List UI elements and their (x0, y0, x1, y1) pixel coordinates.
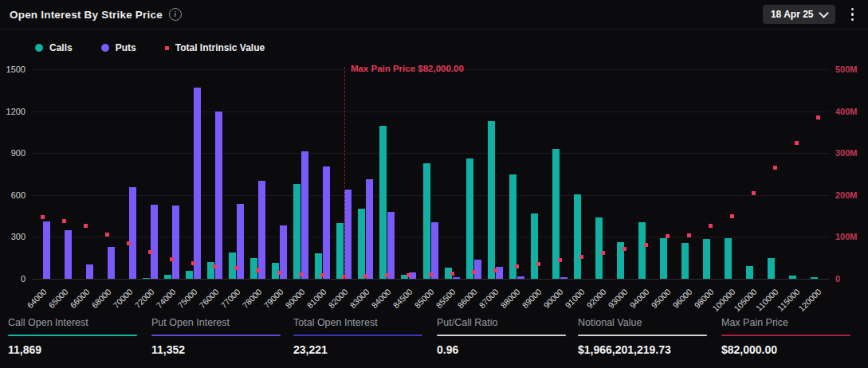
put-bar (108, 247, 115, 279)
intrinsic-value-point (256, 268, 260, 272)
call-bar (336, 223, 344, 279)
call-bar (789, 276, 796, 279)
intrinsic-value-point (623, 247, 626, 251)
gridline (32, 112, 829, 112)
max-pain-label: Max Pain Price $82,000.00 (351, 64, 464, 73)
call-bar (358, 209, 365, 279)
info-icon[interactable]: i (169, 8, 182, 21)
stat-underline (151, 335, 281, 336)
put-bar (453, 277, 460, 279)
stat-underline (293, 335, 422, 336)
intrinsic-value-point (191, 261, 195, 265)
y-axis-left-tick: 1200 (0, 107, 26, 116)
chart-legend: Calls Puts Total Intrinsic Value (35, 42, 265, 53)
put-bar (215, 112, 222, 279)
gridline (32, 153, 829, 154)
stat-value: $1,966,201,219.73 (578, 343, 709, 356)
y-axis-left-tick: 900 (0, 148, 26, 158)
call-bar (811, 277, 818, 279)
intrinsic-value-point (450, 272, 454, 276)
intrinsic-value-point (320, 273, 324, 277)
stat-underline (578, 335, 707, 336)
put-bar (323, 166, 330, 279)
y-axis-left-tick: 300 (0, 232, 26, 241)
stat-underline (437, 335, 566, 336)
intrinsic-value-point (84, 224, 88, 228)
stat-put-open-interest: Put Open Interest 11,352 (151, 317, 283, 356)
stat-underline (8, 335, 137, 336)
stat-label: Put/Call Ratio (437, 317, 568, 328)
stat-label: Notional Value (578, 317, 709, 328)
expiry-date-selector[interactable]: 18 Apr 25 (763, 5, 835, 24)
y-axis-right-tick: 400M (835, 107, 858, 116)
stat-value: 23,221 (293, 343, 425, 356)
call-bar (466, 159, 473, 279)
call-bar (379, 126, 387, 279)
legend-item-puts[interactable]: Puts (101, 42, 136, 53)
x-axis-line (32, 279, 829, 280)
intrinsic-value-point (795, 141, 799, 145)
intrinsic-value-point (62, 219, 66, 223)
legend-item-calls[interactable]: Calls (35, 42, 73, 53)
legend-label: Calls (49, 42, 73, 53)
intrinsic-value-point (601, 251, 605, 255)
puts-marker-icon (101, 44, 109, 52)
put-bar (194, 88, 201, 279)
stat-notional-value: Notional Value $1,966,201,219.73 (578, 317, 709, 356)
intrinsic-value-point (213, 264, 217, 268)
y-axis-left-tick: 1500 (0, 65, 26, 74)
put-bar (431, 222, 438, 279)
stat-label: Total Open Interest (293, 317, 425, 328)
put-bar (366, 179, 373, 279)
intrinsic-value-point (515, 264, 519, 268)
call-bar (488, 121, 495, 279)
call-bar (638, 222, 646, 279)
intrinsic-value-point (170, 257, 174, 261)
intrinsic-value-point (105, 233, 109, 237)
intrinsic-value-point (493, 268, 497, 272)
call-bar (293, 184, 300, 279)
intrinsic-value-point (644, 243, 648, 247)
intrinsic-value-point (730, 214, 734, 218)
kebab-menu-icon[interactable] (846, 6, 859, 24)
put-bar (301, 151, 308, 279)
put-bar (86, 264, 93, 279)
intrinsic-value-point (148, 250, 152, 254)
put-bar (517, 276, 524, 279)
y-axis-left-tick: 0 (0, 274, 26, 284)
legend-item-intrinsic[interactable]: Total Intrinsic Value (165, 42, 265, 53)
y-axis-right-tick: 300M (835, 148, 858, 158)
y-axis-right-tick: 500M (835, 65, 858, 74)
expiry-date-value: 18 Apr 25 (771, 9, 814, 20)
intrinsic-value-point (558, 258, 562, 262)
put-bar (129, 187, 136, 279)
intrinsic-value-point (277, 271, 281, 275)
calls-marker-icon (35, 44, 43, 52)
intrinsic-value-point (536, 262, 540, 266)
call-bar (681, 243, 689, 279)
stat-max-pain-price: Max Pain Price $82,000.00 (721, 317, 853, 356)
call-bar (595, 217, 603, 279)
intrinsic-value-point (234, 266, 238, 270)
summary-stats: Call Open Interest 11,869 Put Open Inter… (0, 317, 868, 368)
call-bar (186, 271, 193, 279)
call-bar (164, 275, 171, 279)
legend-label: Puts (116, 42, 136, 53)
intrinsic-value-point (752, 191, 756, 195)
intrinsic-marker-icon (165, 46, 169, 50)
intrinsic-value-point (407, 273, 410, 277)
intrinsic-value-point (579, 255, 583, 259)
call-bar (746, 266, 753, 279)
intrinsic-value-point (41, 215, 45, 219)
intrinsic-value-point (127, 241, 131, 245)
intrinsic-value-point (709, 224, 713, 228)
stat-value: $82,000.00 (721, 343, 853, 356)
stat-total-open-interest: Total Open Interest 23,221 (293, 317, 425, 356)
panel-header: Open Interest By Strike Price i 18 Apr 2… (0, 0, 868, 29)
intrinsic-value-point (363, 274, 367, 278)
put-bar (560, 277, 568, 279)
call-bar (574, 194, 581, 279)
intrinsic-value-point (472, 270, 476, 274)
page-title: Open Interest By Strike Price (10, 9, 163, 21)
y-axis-right-tick: 0 (835, 274, 840, 284)
